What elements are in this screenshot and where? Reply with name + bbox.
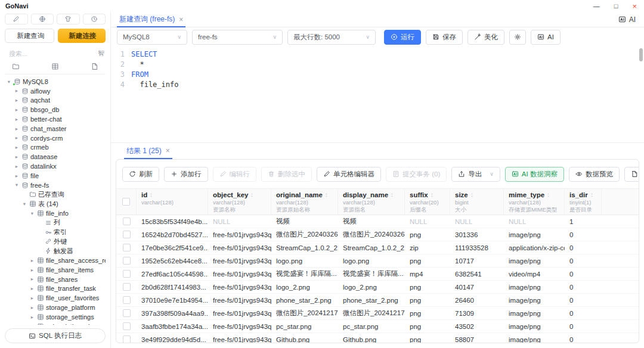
code-line[interactable]: SELECT [131,49,644,60]
cell-object_key[interactable]: free-fs/01jrvgs943q... [208,310,271,317]
caret-right-icon[interactable]: ▸ [14,98,20,103]
tree-item-free-fs[interactable]: ▾free-fs [5,181,106,190]
caret-right-icon[interactable]: ▸ [29,305,35,310]
cell-suffix[interactable]: png [405,323,450,330]
cell-object_key[interactable]: free-fs/01jrvgs943q... [208,336,271,343]
history-button[interactable] [83,14,106,24]
caret-right-icon[interactable]: ▸ [14,164,20,169]
row-checkbox[interactable] [123,231,131,238]
ai-button[interactable]: AI [531,30,561,45]
tree-item-chat-master[interactable]: ▸chat_master [5,124,106,133]
close-button[interactable]: × [632,2,637,10]
cell-object_key[interactable]: free-fs/01jrvgs943q... [208,297,271,304]
row-checkbox[interactable] [123,335,131,343]
tree-item-file-user-favorites[interactable]: ▸file_user_favorites [5,293,106,303]
editor-scrollbar[interactable] [639,48,643,61]
cell-size[interactable]: 10717 [450,257,504,265]
table-row-5[interactable]: 27edf6ac105c44598...free-fs/01jrvgs943q.… [116,268,639,281]
cell-id[interactable]: 37010e9e7e1b4954... [137,297,208,304]
theme-button[interactable] [57,14,80,24]
cell-object_key[interactable]: free-fs/01jrvgs943q... [208,323,271,330]
column-header-id[interactable]: idvarchar(128) [137,189,208,215]
cell-is_dir[interactable]: 0 [565,244,602,251]
tab-close-icon[interactable]: × [179,15,183,24]
cell-id[interactable]: 16524b2d70bd4527... [137,231,208,238]
code-line[interactable]: file_info [131,80,644,90]
cell-display_name[interactable]: logo.png [338,257,405,265]
cell-mime_type[interactable]: NULL [504,218,565,225]
caret-right-icon[interactable]: ▸ [14,107,20,113]
column-header-object_key[interactable]: object_keyvarchar(128)资源名称 [208,189,271,215]
ai-insight-button[interactable]: AI 数据洞察 [505,167,564,182]
cell-is_dir[interactable]: 1 [565,218,602,225]
table-row-9[interactable]: 3aafb3fbbe174a34a...free-fs/01jrvgs943q.… [116,320,639,333]
table-row-6[interactable]: 2b0d628f17414983...free-fs/01jrvgs943q..… [116,281,639,294]
cell-is_dir[interactable]: 0 [565,284,602,291]
cell-size[interactable]: 26460 [450,297,504,304]
tree-item-file-share-access-record[interactable]: ▸file_share_access_record [5,256,106,265]
cell-suffix[interactable]: png [405,297,450,304]
caret-right-icon[interactable]: ▸ [14,145,20,150]
tab-result-1[interactable]: 结果 1 (25) × [118,143,178,159]
cell-size[interactable]: 40147 [450,284,504,291]
caret-right-icon[interactable]: ▸ [14,154,20,160]
caret-down-icon[interactable]: ▾ [21,201,27,207]
row-checkbox[interactable] [123,283,131,291]
caret-right-icon[interactable]: ▸ [14,173,20,179]
cell-size[interactable]: 111933528 [450,244,504,251]
code-line[interactable]: FROM [131,70,644,80]
caret-right-icon[interactable]: ▸ [29,258,35,263]
maximize-button[interactable]: □ [614,3,618,10]
sort-icon[interactable] [249,192,255,198]
cell-suffix[interactable]: NULL [405,218,450,225]
tree-item-aqchat[interactable]: ▸aqchat [5,96,106,105]
cell-is_dir[interactable]: 0 [565,257,602,265]
cell-display_name[interactable]: phone_star_2.png [338,297,405,304]
data-preview-button[interactable]: 数据预览 [569,167,620,182]
cell-mime_type[interactable]: video/mp4 [504,271,565,278]
sort-icon[interactable] [429,192,435,198]
caret-right-icon[interactable]: ▸ [29,315,35,320]
row-checkbox[interactable] [123,257,131,265]
cell-size[interactable]: 6382541 [450,271,504,278]
caret-down-icon[interactable]: ▾ [6,79,12,85]
cell-original_name[interactable]: 视觉盛宴！库库隔... [271,269,338,278]
code-line[interactable]: * [131,60,644,70]
delete-selected-button[interactable]: 删除选中 [261,167,312,182]
table-row-1[interactable]: 15c83b5f534f49e4b...NULL视频视频NULLNULLNULL… [116,215,639,228]
tree-item-columns[interactable]: 列 [5,218,106,228]
add-row-button[interactable]: 添加行 [164,167,208,182]
cell-mime_type[interactable]: application/x-zip-co... [504,244,565,251]
globe-button[interactable] [31,14,54,24]
cell-suffix[interactable]: png [405,310,450,317]
tree-item-storage-settings[interactable]: ▸storage_settings [5,312,106,322]
column-header-display_name[interactable]: display_namevarchar(128)资源指名 [338,189,405,215]
new-connection-button[interactable]: 新建连接 [58,29,106,43]
sort-icon[interactable] [324,192,329,198]
tables-grid-icon[interactable] [51,63,59,70]
cell-id[interactable]: 397a398f509a44aa9... [137,310,208,317]
pen-button[interactable] [5,14,28,24]
settings-button[interactable] [509,30,526,45]
row-checkbox[interactable] [123,309,131,317]
tree-item-cordys-crm[interactable]: ▸cordys-crm [5,133,106,143]
cell-is_dir[interactable]: 0 [565,310,602,317]
table-row-2[interactable]: 16524b2d70bd4527...free-fs/01jrvgs943q..… [116,228,639,241]
minimize-button[interactable]: — [593,3,600,10]
tree-item-file-shares[interactable]: ▸file_shares [5,275,106,284]
search-input[interactable] [9,50,92,57]
cell-is_dir[interactable]: 0 [565,323,602,330]
export-button[interactable]: 导出 ∨ [451,167,500,182]
cell-suffix[interactable]: png [405,336,450,343]
tree-item-file-info[interactable]: ▾file_info [5,209,106,218]
caret-right-icon[interactable]: ▸ [14,126,20,132]
cell-object_key[interactable]: free-fs/01jrvgs943q... [208,231,271,238]
cell-size[interactable]: NULL [450,218,504,225]
column-header-mime_type[interactable]: mime_typevarchar(128)存储资源MIME类型 [504,189,565,215]
cell-display_name[interactable]: 微信图片_20240326... [338,230,405,239]
tree-item-dataease[interactable]: ▸dataease [5,152,106,161]
cell-editor-button[interactable]: 单元格编辑器 [317,167,381,182]
tree-item-triggers[interactable]: 触发器 [5,246,106,256]
table-row-8[interactable]: 397a398f509a44aa9...free-fs/01jrvgs943q.… [116,307,639,320]
commit-transaction-button[interactable]: 提交事务 (0) [386,167,447,182]
